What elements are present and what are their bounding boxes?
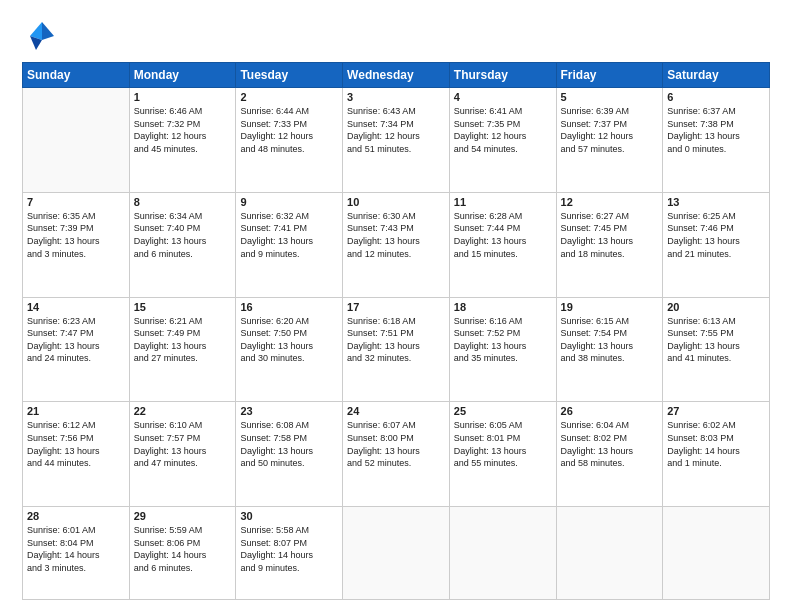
weekday-header-sunday: Sunday xyxy=(23,63,130,88)
day-info: Sunrise: 6:25 AM Sunset: 7:46 PM Dayligh… xyxy=(667,210,765,260)
calendar-cell: 8Sunrise: 6:34 AM Sunset: 7:40 PM Daylig… xyxy=(129,192,236,297)
day-number: 24 xyxy=(347,405,445,417)
svg-marker-0 xyxy=(42,22,54,40)
day-info: Sunrise: 6:13 AM Sunset: 7:55 PM Dayligh… xyxy=(667,315,765,365)
day-number: 10 xyxy=(347,196,445,208)
weekday-header-wednesday: Wednesday xyxy=(343,63,450,88)
logo xyxy=(22,18,62,54)
day-info: Sunrise: 6:05 AM Sunset: 8:01 PM Dayligh… xyxy=(454,419,552,469)
day-info: Sunrise: 6:41 AM Sunset: 7:35 PM Dayligh… xyxy=(454,105,552,155)
day-number: 14 xyxy=(27,301,125,313)
day-info: Sunrise: 6:12 AM Sunset: 7:56 PM Dayligh… xyxy=(27,419,125,469)
day-number: 12 xyxy=(561,196,659,208)
day-info: Sunrise: 6:46 AM Sunset: 7:32 PM Dayligh… xyxy=(134,105,232,155)
day-number: 6 xyxy=(667,91,765,103)
calendar-cell: 20Sunrise: 6:13 AM Sunset: 7:55 PM Dayli… xyxy=(663,297,770,402)
day-number: 28 xyxy=(27,510,125,522)
day-info: Sunrise: 6:34 AM Sunset: 7:40 PM Dayligh… xyxy=(134,210,232,260)
day-info: Sunrise: 6:10 AM Sunset: 7:57 PM Dayligh… xyxy=(134,419,232,469)
day-info: Sunrise: 5:58 AM Sunset: 8:07 PM Dayligh… xyxy=(240,524,338,574)
day-number: 13 xyxy=(667,196,765,208)
day-info: Sunrise: 6:15 AM Sunset: 7:54 PM Dayligh… xyxy=(561,315,659,365)
calendar-cell xyxy=(556,507,663,600)
calendar-week-row: 28Sunrise: 6:01 AM Sunset: 8:04 PM Dayli… xyxy=(23,507,770,600)
calendar-cell: 27Sunrise: 6:02 AM Sunset: 8:03 PM Dayli… xyxy=(663,402,770,507)
weekday-header-friday: Friday xyxy=(556,63,663,88)
calendar-cell: 6Sunrise: 6:37 AM Sunset: 7:38 PM Daylig… xyxy=(663,88,770,193)
calendar-cell: 29Sunrise: 5:59 AM Sunset: 8:06 PM Dayli… xyxy=(129,507,236,600)
calendar-week-row: 1Sunrise: 6:46 AM Sunset: 7:32 PM Daylig… xyxy=(23,88,770,193)
day-number: 22 xyxy=(134,405,232,417)
day-number: 17 xyxy=(347,301,445,313)
day-number: 19 xyxy=(561,301,659,313)
day-number: 4 xyxy=(454,91,552,103)
day-info: Sunrise: 6:01 AM Sunset: 8:04 PM Dayligh… xyxy=(27,524,125,574)
calendar-cell: 24Sunrise: 6:07 AM Sunset: 8:00 PM Dayli… xyxy=(343,402,450,507)
day-number: 30 xyxy=(240,510,338,522)
calendar-cell: 14Sunrise: 6:23 AM Sunset: 7:47 PM Dayli… xyxy=(23,297,130,402)
weekday-header-monday: Monday xyxy=(129,63,236,88)
header xyxy=(22,18,770,54)
day-info: Sunrise: 6:37 AM Sunset: 7:38 PM Dayligh… xyxy=(667,105,765,155)
day-number: 1 xyxy=(134,91,232,103)
day-info: Sunrise: 6:02 AM Sunset: 8:03 PM Dayligh… xyxy=(667,419,765,469)
calendar-cell: 3Sunrise: 6:43 AM Sunset: 7:34 PM Daylig… xyxy=(343,88,450,193)
calendar-cell: 11Sunrise: 6:28 AM Sunset: 7:44 PM Dayli… xyxy=(449,192,556,297)
day-info: Sunrise: 6:30 AM Sunset: 7:43 PM Dayligh… xyxy=(347,210,445,260)
calendar-week-row: 21Sunrise: 6:12 AM Sunset: 7:56 PM Dayli… xyxy=(23,402,770,507)
day-info: Sunrise: 6:43 AM Sunset: 7:34 PM Dayligh… xyxy=(347,105,445,155)
calendar-cell: 28Sunrise: 6:01 AM Sunset: 8:04 PM Dayli… xyxy=(23,507,130,600)
calendar-cell xyxy=(343,507,450,600)
day-info: Sunrise: 5:59 AM Sunset: 8:06 PM Dayligh… xyxy=(134,524,232,574)
day-info: Sunrise: 6:28 AM Sunset: 7:44 PM Dayligh… xyxy=(454,210,552,260)
calendar-cell: 5Sunrise: 6:39 AM Sunset: 7:37 PM Daylig… xyxy=(556,88,663,193)
day-number: 9 xyxy=(240,196,338,208)
day-number: 25 xyxy=(454,405,552,417)
day-info: Sunrise: 6:32 AM Sunset: 7:41 PM Dayligh… xyxy=(240,210,338,260)
calendar-cell xyxy=(23,88,130,193)
day-info: Sunrise: 6:20 AM Sunset: 7:50 PM Dayligh… xyxy=(240,315,338,365)
calendar-cell: 22Sunrise: 6:10 AM Sunset: 7:57 PM Dayli… xyxy=(129,402,236,507)
calendar-cell: 25Sunrise: 6:05 AM Sunset: 8:01 PM Dayli… xyxy=(449,402,556,507)
calendar-cell: 21Sunrise: 6:12 AM Sunset: 7:56 PM Dayli… xyxy=(23,402,130,507)
calendar-cell: 1Sunrise: 6:46 AM Sunset: 7:32 PM Daylig… xyxy=(129,88,236,193)
calendar-cell: 30Sunrise: 5:58 AM Sunset: 8:07 PM Dayli… xyxy=(236,507,343,600)
day-number: 26 xyxy=(561,405,659,417)
weekday-header-thursday: Thursday xyxy=(449,63,556,88)
calendar-cell xyxy=(663,507,770,600)
day-number: 7 xyxy=(27,196,125,208)
day-number: 27 xyxy=(667,405,765,417)
day-info: Sunrise: 6:08 AM Sunset: 7:58 PM Dayligh… xyxy=(240,419,338,469)
day-number: 2 xyxy=(240,91,338,103)
calendar-cell: 26Sunrise: 6:04 AM Sunset: 8:02 PM Dayli… xyxy=(556,402,663,507)
day-number: 5 xyxy=(561,91,659,103)
calendar-table: SundayMondayTuesdayWednesdayThursdayFrid… xyxy=(22,62,770,600)
calendar-cell: 12Sunrise: 6:27 AM Sunset: 7:45 PM Dayli… xyxy=(556,192,663,297)
weekday-header-saturday: Saturday xyxy=(663,63,770,88)
weekday-header-row: SundayMondayTuesdayWednesdayThursdayFrid… xyxy=(23,63,770,88)
day-info: Sunrise: 6:07 AM Sunset: 8:00 PM Dayligh… xyxy=(347,419,445,469)
calendar-cell: 23Sunrise: 6:08 AM Sunset: 7:58 PM Dayli… xyxy=(236,402,343,507)
calendar-week-row: 7Sunrise: 6:35 AM Sunset: 7:39 PM Daylig… xyxy=(23,192,770,297)
day-info: Sunrise: 6:18 AM Sunset: 7:51 PM Dayligh… xyxy=(347,315,445,365)
calendar-cell: 4Sunrise: 6:41 AM Sunset: 7:35 PM Daylig… xyxy=(449,88,556,193)
calendar-cell xyxy=(449,507,556,600)
day-number: 8 xyxy=(134,196,232,208)
weekday-header-tuesday: Tuesday xyxy=(236,63,343,88)
calendar-cell: 2Sunrise: 6:44 AM Sunset: 7:33 PM Daylig… xyxy=(236,88,343,193)
page: SundayMondayTuesdayWednesdayThursdayFrid… xyxy=(0,0,792,612)
day-number: 18 xyxy=(454,301,552,313)
day-number: 29 xyxy=(134,510,232,522)
calendar-cell: 9Sunrise: 6:32 AM Sunset: 7:41 PM Daylig… xyxy=(236,192,343,297)
day-info: Sunrise: 6:04 AM Sunset: 8:02 PM Dayligh… xyxy=(561,419,659,469)
day-info: Sunrise: 6:21 AM Sunset: 7:49 PM Dayligh… xyxy=(134,315,232,365)
day-info: Sunrise: 6:39 AM Sunset: 7:37 PM Dayligh… xyxy=(561,105,659,155)
calendar-cell: 16Sunrise: 6:20 AM Sunset: 7:50 PM Dayli… xyxy=(236,297,343,402)
day-info: Sunrise: 6:27 AM Sunset: 7:45 PM Dayligh… xyxy=(561,210,659,260)
day-info: Sunrise: 6:16 AM Sunset: 7:52 PM Dayligh… xyxy=(454,315,552,365)
logo-icon xyxy=(22,18,58,54)
day-number: 3 xyxy=(347,91,445,103)
calendar-cell: 13Sunrise: 6:25 AM Sunset: 7:46 PM Dayli… xyxy=(663,192,770,297)
day-info: Sunrise: 6:35 AM Sunset: 7:39 PM Dayligh… xyxy=(27,210,125,260)
calendar-cell: 17Sunrise: 6:18 AM Sunset: 7:51 PM Dayli… xyxy=(343,297,450,402)
